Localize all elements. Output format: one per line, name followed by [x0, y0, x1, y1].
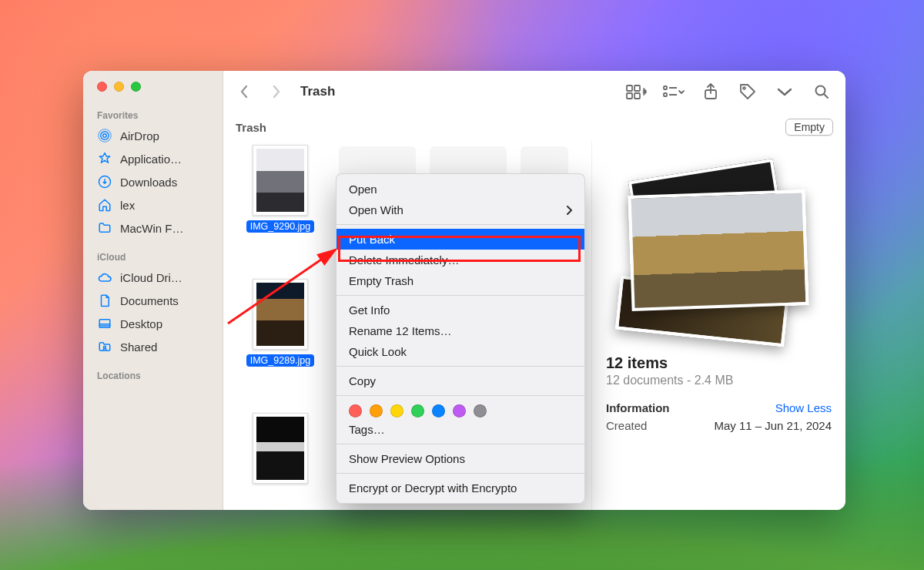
sidebar-item-desktop[interactable]: Desktop — [83, 312, 223, 335]
preview-title: 12 items — [606, 354, 832, 372]
menu-item-open[interactable]: Open — [336, 179, 584, 200]
group-by-button[interactable] — [662, 81, 685, 102]
desktop-icon — [97, 316, 112, 331]
empty-trash-button[interactable]: Empty — [785, 119, 833, 136]
thumbnail-icon — [253, 145, 308, 216]
tag-color-dot[interactable] — [390, 404, 403, 417]
context-menu: Open Open With Put Back Delete Immediate… — [336, 173, 585, 504]
minimize-window-button[interactable] — [114, 82, 124, 92]
back-button[interactable] — [233, 81, 256, 102]
menu-item-empty-trash[interactable]: Empty Trash — [336, 270, 584, 291]
preview-subtitle: 12 documents - 2.4 MB — [606, 374, 832, 387]
svg-rect-8 — [634, 86, 640, 91]
tag-color-dot[interactable] — [370, 404, 383, 417]
search-button[interactable] — [810, 81, 833, 102]
file-item[interactable] — [234, 413, 326, 488]
tag-color-dot[interactable] — [453, 404, 466, 417]
svg-rect-7 — [627, 86, 632, 91]
tag-color-dot[interactable] — [432, 404, 445, 417]
sidebar-item-shared[interactable]: Shared — [83, 335, 223, 358]
menu-item-label: Tags… — [349, 423, 385, 436]
menu-item-tags[interactable]: Tags… — [336, 419, 584, 440]
info-row: Created May 11 – Jun 21, 2024 — [606, 419, 832, 432]
menu-item-label: Open With — [349, 203, 403, 216]
info-key: Created — [606, 419, 647, 432]
tag-color-dot[interactable] — [349, 404, 362, 417]
downloads-icon — [97, 174, 112, 189]
menu-item-label: Encrypt or Decrypt with Encrypto — [349, 481, 517, 495]
location-bar: Trash Empty — [223, 112, 845, 140]
doc-icon — [97, 293, 112, 308]
menu-item-put-back[interactable]: Put Back — [336, 229, 584, 250]
location-label: Trash — [236, 121, 266, 134]
sidebar-item-downloads[interactable]: Downloads — [83, 170, 223, 193]
menu-item-show-preview-options[interactable]: Show Preview Options — [336, 448, 584, 469]
menu-item-quick-look[interactable]: Quick Look — [336, 341, 584, 362]
menu-item-open-with[interactable]: Open With — [336, 200, 584, 220]
window-title: Trash — [300, 84, 335, 99]
file-item[interactable]: IMG_9289.jpg — [234, 279, 326, 370]
tag-color-dot[interactable] — [474, 404, 487, 417]
sidebar-item-label: AirDrop — [120, 129, 159, 142]
svg-rect-12 — [664, 93, 667, 96]
share-button[interactable] — [699, 81, 722, 102]
menu-item-label: Show Preview Options — [349, 452, 465, 465]
sidebar-item-home[interactable]: lex — [83, 193, 223, 216]
menu-item-label: Open — [349, 183, 377, 196]
tags-button[interactable] — [736, 81, 759, 102]
sidebar: Favorites AirDrop Applicatio… Downloads … — [83, 71, 223, 510]
sidebar-item-label: Applicatio… — [120, 153, 182, 166]
folder-icon — [97, 220, 112, 236]
sidebar-item-label: Downloads — [120, 176, 177, 189]
fullscreen-window-button[interactable] — [131, 82, 141, 92]
menu-item-label: Rename 12 Items… — [349, 324, 451, 337]
menu-item-label: Copy — [349, 374, 376, 387]
menu-item-label: Delete Immediately… — [349, 253, 459, 267]
forward-button[interactable] — [265, 81, 288, 102]
preview-info-heading: Information Show Less — [606, 401, 832, 414]
more-button[interactable] — [773, 81, 796, 102]
thumbnail-icon — [253, 413, 308, 484]
menu-item-delete-immediately[interactable]: Delete Immediately… — [336, 250, 584, 270]
menu-separator — [336, 444, 584, 444]
show-less-link[interactable]: Show Less — [775, 401, 832, 414]
close-window-button[interactable] — [97, 82, 107, 92]
menu-separator — [336, 295, 584, 296]
toolbar-right-group — [625, 81, 833, 102]
menu-separator — [336, 224, 584, 225]
toolbar: Trash — [223, 71, 845, 112]
sidebar-section-locations: Locations — [83, 366, 223, 384]
sidebar-item-label: lex — [120, 199, 135, 212]
tag-color-dot[interactable] — [411, 404, 424, 417]
menu-separator — [336, 395, 584, 396]
cloud-icon — [97, 270, 112, 285]
sidebar-item-documents[interactable]: Documents — [83, 289, 223, 312]
menu-item-label: Quick Look — [349, 345, 407, 358]
menu-item-encrypt[interactable]: Encrypt or Decrypt with Encrypto — [336, 478, 584, 498]
svg-rect-9 — [627, 93, 632, 99]
sidebar-item-label: Documents — [120, 294, 179, 307]
file-item[interactable]: IMG_9290.jpg — [234, 145, 326, 236]
sidebar-item-folder[interactable]: MacWin F… — [83, 216, 223, 240]
window-controls — [83, 82, 223, 106]
airdrop-icon — [97, 128, 112, 143]
svg-rect-10 — [634, 93, 640, 99]
sidebar-item-applications[interactable]: Applicatio… — [83, 147, 223, 170]
menu-item-get-info[interactable]: Get Info — [336, 300, 584, 320]
sidebar-item-label: MacWin F… — [120, 222, 184, 235]
sidebar-item-label: Desktop — [120, 317, 162, 330]
preview-pane: 12 items 12 documents - 2.4 MB Informati… — [591, 140, 845, 510]
svg-point-6 — [104, 346, 106, 348]
sidebar-item-icloud-drive[interactable]: iCloud Dri… — [83, 266, 223, 289]
menu-item-rename[interactable]: Rename 12 Items… — [336, 320, 584, 341]
menu-separator — [336, 473, 584, 474]
view-mode-button[interactable] — [625, 81, 648, 102]
sidebar-item-label: Shared — [120, 340, 157, 354]
home-icon — [97, 197, 112, 213]
info-heading-label: Information — [606, 401, 670, 414]
menu-item-label: Put Back — [349, 233, 395, 246]
sidebar-item-airdrop[interactable]: AirDrop — [83, 124, 223, 147]
file-name: IMG_9289.jpg — [246, 354, 315, 367]
menu-item-copy[interactable]: Copy — [336, 370, 584, 391]
svg-rect-11 — [664, 86, 667, 89]
